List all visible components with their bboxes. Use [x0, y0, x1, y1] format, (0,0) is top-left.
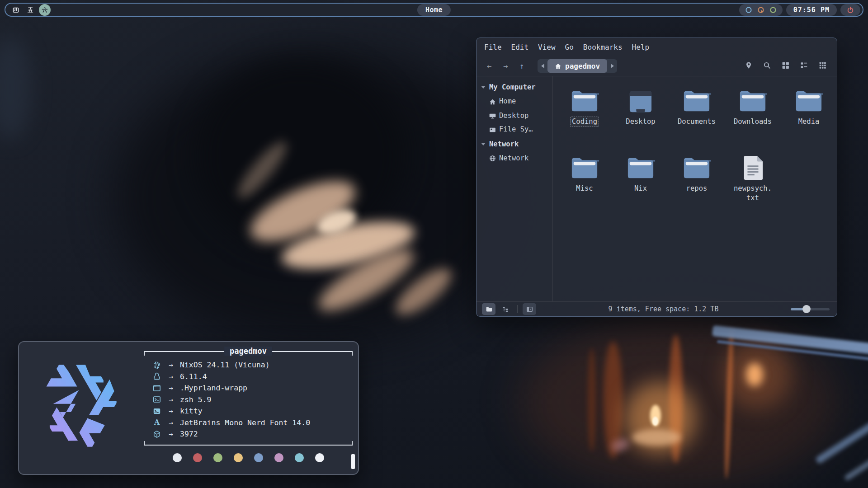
zoom-slider[interactable]: [791, 305, 830, 313]
terminal-window[interactable]: pagedmov →NixOS 24.11 (Vicuna)→6.11.4→.H…: [18, 341, 359, 475]
file-label: Coding: [570, 117, 599, 127]
menu-go[interactable]: Go: [565, 43, 574, 52]
next-tab-button[interactable]: [607, 59, 617, 73]
fastfetch-frame-top: pagedmov: [144, 351, 353, 356]
status-bar: 9 items, Free space: 1.2 TB: [476, 301, 837, 316]
directory-tree-icon: [502, 306, 509, 313]
workspace-6-active[interactable]: [39, 4, 51, 16]
search-button[interactable]: [763, 61, 771, 71]
side-pane-icon: [526, 306, 533, 313]
fastfetch-row-terminal: →kitty: [152, 405, 350, 417]
wallpaper-shape: [242, 169, 363, 253]
expander-icon: [481, 143, 486, 145]
workspace-5[interactable]: [24, 4, 36, 16]
section-label: Network: [489, 140, 519, 148]
statusbar-divider: [517, 305, 518, 313]
power-button[interactable]: [840, 4, 860, 16]
sidebar-item-label: File Sy…: [499, 125, 533, 134]
nav-buttons: ←→↑: [483, 61, 532, 70]
sidebar-item-filesy[interactable]: File Sy…: [476, 122, 552, 137]
file-newpsych-txt[interactable]: newpsych.txt: [725, 150, 781, 217]
window-icon: [152, 384, 162, 392]
wallpaper-shape: [588, 348, 596, 452]
file-nix[interactable]: Nix: [613, 150, 669, 217]
home-icon: [489, 99, 496, 105]
file-coding[interactable]: Coding: [557, 84, 613, 150]
palette-dot-0: [173, 453, 182, 462]
sidebar-item-network[interactable]: Network: [476, 151, 552, 165]
file-manager-window: FileEditViewGoBookmarksHelp ←→↑ pagedmov…: [476, 38, 837, 317]
arrow-icon: →: [162, 407, 180, 415]
up-button[interactable]: ↑: [516, 61, 528, 70]
folder-icon: [570, 84, 599, 113]
tux-icon: [152, 372, 162, 380]
file-label: Desktop: [624, 117, 657, 127]
slider-knob[interactable]: [802, 305, 811, 313]
fastfetch-value: zsh 5.9: [180, 395, 212, 404]
file-repos[interactable]: repos: [669, 150, 725, 217]
sidebar-section-network[interactable]: Network: [476, 137, 552, 151]
fastfetch-value: 3972: [180, 430, 198, 438]
fastfetch-value: NixOS 24.11 (Vicuna): [180, 361, 270, 369]
folder-icon: [738, 84, 767, 113]
file-label: Media: [797, 117, 821, 127]
location-button[interactable]: [745, 61, 752, 71]
compact-view-button[interactable]: [819, 61, 826, 71]
forward-button[interactable]: →: [500, 61, 511, 70]
list-view-button[interactable]: [800, 61, 808, 71]
workspace-4[interactable]: [10, 4, 22, 16]
palette-dot-1: [193, 453, 202, 462]
current-path-button[interactable]: pagedmov: [547, 59, 607, 73]
wallpaper-shape: [311, 239, 421, 321]
text-file-icon: [741, 150, 764, 180]
folder-icon: [626, 150, 655, 180]
fastfetch-output: pagedmov →NixOS 24.11 (Vicuna)→6.11.4→.H…: [144, 351, 353, 462]
previous-tab-button[interactable]: [538, 59, 547, 73]
arrow-icon: →: [162, 372, 180, 381]
menu-view[interactable]: View: [538, 43, 556, 52]
compact-view-icon: [819, 61, 826, 69]
workspace-switcher: [10, 4, 51, 16]
palette-dot-3: [234, 453, 243, 462]
file-media[interactable]: Media: [781, 84, 837, 150]
file-desktop[interactable]: Desktop: [613, 84, 669, 150]
sidebar-section-my-computer[interactable]: My Computer: [476, 80, 552, 94]
icon-view-button[interactable]: [782, 61, 789, 71]
wallpaper-shape: [632, 429, 681, 446]
wallpaper-shape: [194, 59, 407, 253]
side-pane-toggle-button[interactable]: [523, 303, 536, 315]
back-button[interactable]: ←: [483, 61, 495, 70]
file-downloads[interactable]: Downloads: [725, 84, 781, 150]
icon-view-icon: [782, 61, 789, 69]
file-documents[interactable]: Documents: [669, 84, 725, 150]
tray-indicators[interactable]: [739, 4, 783, 16]
folder-icon: [628, 84, 653, 113]
show-tree-button[interactable]: [499, 303, 512, 315]
file-label: Documents: [676, 117, 717, 127]
file-label: repos: [684, 183, 709, 194]
clock: 07:56 PM: [786, 4, 837, 16]
file-misc[interactable]: Misc: [557, 150, 613, 217]
palette-dot-2: [213, 453, 222, 462]
show-folders-button[interactable]: [482, 303, 495, 315]
menu-bookmarks[interactable]: Bookmarks: [583, 43, 623, 52]
wallpaper-shape: [669, 334, 683, 463]
wallpaper-shape: [604, 341, 623, 459]
wallpaper-shape: [314, 205, 359, 239]
arrow-icon: →: [162, 361, 180, 369]
numeral-4-icon: [12, 6, 19, 14]
sidebar: My ComputerHomeDesktopFile Sy…NetworkNet…: [476, 76, 553, 301]
chevron-left-icon: [541, 64, 544, 68]
menu-file[interactable]: File: [484, 43, 502, 52]
wallpaper-shape: [0, 36, 32, 140]
wallpaper-shape: [624, 382, 696, 454]
sidebar-item-label: Home: [499, 97, 516, 106]
sidebar-item-desktop[interactable]: Desktop: [476, 109, 552, 122]
menu-help[interactable]: Help: [632, 43, 650, 52]
fastfetch-row-tux: →6.11.4: [152, 371, 350, 383]
wallpaper-shape: [520, 316, 836, 488]
section-label: My Computer: [489, 83, 536, 91]
sidebar-item-label: Desktop: [499, 112, 528, 120]
sidebar-item-home[interactable]: Home: [476, 94, 552, 109]
menu-edit[interactable]: Edit: [511, 43, 529, 52]
